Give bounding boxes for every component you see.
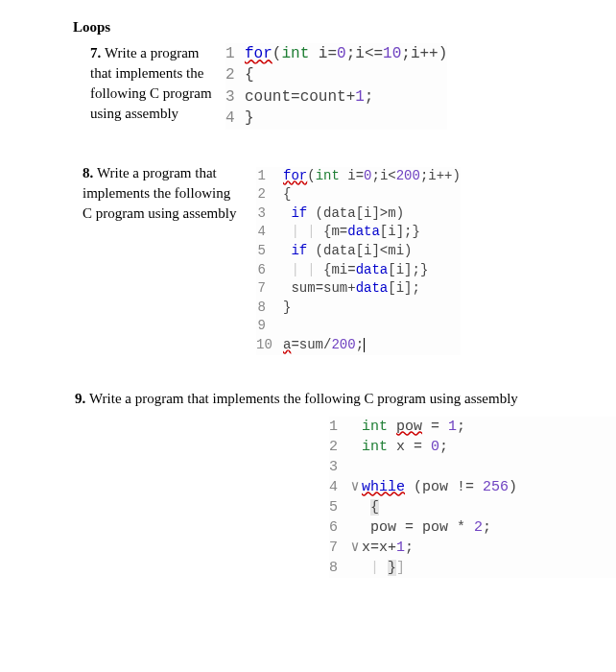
problem-7-prompt: 7. Write a program that implements the f…	[90, 43, 220, 124]
code-block-9: 1 int pow = 1;2 int x = 0;3 4∨while (pow…	[329, 417, 616, 578]
code-content: }	[245, 108, 254, 129]
code-line: 1for(int i=0;i<200;i++)	[256, 167, 461, 186]
code-content: }	[283, 299, 291, 318]
code-line: 2 int x = 0;	[329, 437, 616, 457]
code-block-8: 1for(int i=0;i<200;i++)2{3 if (data[i]>m…	[256, 167, 461, 355]
line-number: 2	[256, 185, 283, 204]
code-line: 7 sum=sum+data[i];	[256, 279, 461, 299]
line-number: 10	[256, 336, 283, 355]
code-line: 6 | | {mi=data[i];}	[256, 261, 461, 280]
fold-gutter-icon	[348, 517, 362, 538]
code-content: a=sum/200;	[283, 336, 365, 355]
code-content: {	[283, 185, 291, 204]
line-number: 7	[256, 279, 283, 299]
code-line: 8 | }]	[329, 558, 616, 578]
problem-8-text: Write a program that implements the foll…	[83, 165, 236, 221]
code-content: {	[245, 64, 254, 85]
line-number: 6	[256, 261, 283, 280]
line-number: 2	[329, 437, 348, 457]
line-number: 1	[225, 43, 245, 64]
code-line: 8}	[256, 299, 461, 318]
code-content: if (data[i]<mi)	[283, 242, 412, 261]
section-title: Loops	[73, 19, 616, 36]
code-line: 4∨while (pow != 256)	[329, 477, 616, 497]
line-number: 4	[256, 223, 283, 242]
code-line: 3 if (data[i]>m)	[256, 204, 461, 224]
fold-gutter-icon	[348, 497, 362, 517]
code-line: 3count=count+1;	[225, 86, 447, 108]
code-line: 3	[329, 457, 616, 477]
line-number: 8	[329, 558, 348, 578]
fold-gutter-icon	[348, 417, 362, 437]
line-number: 4	[225, 108, 245, 129]
line-number: 7	[329, 538, 348, 558]
code-content: | | {m=data[i];}	[283, 223, 420, 242]
code-content: | | {mi=data[i];}	[283, 261, 428, 280]
problem-7-number: 7.	[90, 45, 105, 60]
code-content: {	[362, 497, 379, 517]
code-line: 9	[256, 317, 461, 336]
line-number: 5	[329, 497, 348, 517]
line-number: 3	[225, 86, 245, 108]
line-number: 3	[256, 204, 283, 224]
line-number: 8	[256, 299, 283, 318]
code-content: if (data[i]>m)	[283, 204, 404, 224]
code-line: 1for(int i=0;i<=10;i++)	[225, 43, 447, 64]
code-line: 4 | | {m=data[i];}	[256, 223, 461, 242]
fold-gutter-icon: ∨	[348, 538, 362, 558]
code-content: sum=sum+data[i];	[283, 279, 420, 299]
code-content: pow = pow * 2;	[362, 517, 491, 538]
code-content: while (pow != 256)	[362, 477, 517, 497]
code-content: x=x+1;	[362, 538, 414, 558]
line-number: 5	[256, 242, 283, 261]
code-line: 1 int pow = 1;	[329, 417, 616, 437]
code-line: 6 pow = pow * 2;	[329, 517, 616, 538]
problem-7-text: Write a program that implements the foll…	[90, 45, 212, 121]
problem-8-number: 8.	[83, 165, 97, 180]
problem-9-text: Write a program that implements the foll…	[89, 391, 518, 406]
line-number: 3	[329, 457, 348, 477]
problem-9: 9. Write a program that implements the f…	[75, 389, 616, 578]
code-content: int pow = 1;	[362, 417, 465, 437]
fold-gutter-icon	[348, 558, 362, 578]
code-line: 2{	[256, 185, 461, 204]
code-block-7: 1for(int i=0;i<=10;i++)2{3count=count+1;…	[225, 43, 447, 130]
code-content: | }]	[362, 558, 405, 578]
fold-gutter-icon: ∨	[348, 477, 362, 497]
line-number: 6	[329, 517, 348, 538]
fold-gutter-icon	[348, 437, 362, 457]
code-line: 5 if (data[i]<mi)	[256, 242, 461, 261]
code-content: for(int i=0;i<=10;i++)	[245, 43, 447, 64]
fold-gutter-icon	[348, 457, 362, 477]
line-number: 1	[256, 167, 283, 186]
problem-7: 7. Write a program that implements the f…	[90, 43, 616, 130]
text-cursor	[364, 338, 365, 352]
problem-9-prompt: 9. Write a program that implements the f…	[75, 389, 574, 409]
code-line: 2{	[225, 64, 447, 85]
code-line: 10a=sum/200;	[256, 336, 461, 355]
line-number: 1	[329, 417, 348, 437]
code-content: int x = 0;	[362, 437, 448, 457]
code-line: 5 {	[329, 497, 616, 517]
problem-8: 8. Write a program that implements the f…	[83, 163, 616, 355]
code-line: 4}	[225, 108, 447, 129]
code-content: count=count+1;	[245, 86, 373, 108]
problem-8-prompt: 8. Write a program that implements the f…	[83, 163, 250, 224]
line-number: 2	[225, 64, 245, 85]
code-content: for(int i=0;i<200;i++)	[283, 167, 461, 186]
code-line: 7∨x=x+1;	[329, 538, 616, 558]
line-number: 9	[256, 317, 283, 336]
problem-9-number: 9.	[75, 391, 89, 406]
line-number: 4	[329, 477, 348, 497]
